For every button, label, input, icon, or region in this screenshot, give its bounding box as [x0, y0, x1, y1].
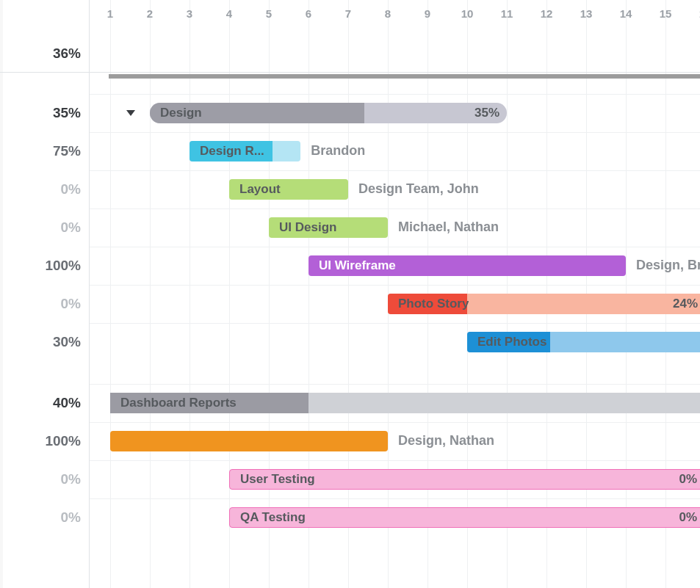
- summary-percent: 36%: [0, 46, 81, 62]
- day-label: 9: [411, 7, 444, 20]
- assignee-label: Brandon: [311, 143, 365, 159]
- task-bar[interactable]: Design R...: [190, 141, 300, 161]
- task-bar[interactable]: UI Wireframe: [308, 255, 626, 276]
- bar-percent-label: 24%: [673, 297, 698, 311]
- row-percent: 30%: [0, 334, 81, 350]
- day-label: 8: [371, 7, 405, 20]
- bar-percent-label: 0%: [679, 472, 697, 487]
- gridline: [348, 0, 349, 588]
- row-percent: 100%: [0, 433, 81, 449]
- task-label: Layout: [229, 182, 281, 197]
- row-percent: 0%: [0, 181, 81, 197]
- assignee-label: Design, Nathan: [398, 433, 494, 449]
- task-label: Edit Photos: [467, 335, 546, 349]
- task-label: Dashboard Reports: [110, 396, 237, 410]
- collapse-toggle-icon[interactable]: [126, 110, 135, 116]
- row-divider: [90, 384, 700, 385]
- task-label: QA Testing: [230, 510, 306, 525]
- day-label: 7: [331, 7, 365, 20]
- gridline: [150, 0, 151, 588]
- percent-column: 36%35%75%0%0%100%0%30%40%100%0%0%: [0, 0, 90, 588]
- day-label: 13: [569, 7, 603, 20]
- row-divider: [90, 422, 700, 423]
- task-bar[interactable]: [110, 431, 388, 451]
- task-label: UI Wireframe: [308, 258, 396, 273]
- row-percent: 0%: [0, 219, 81, 236]
- row-divider: [90, 323, 700, 324]
- task-bar[interactable]: User Testing0%: [229, 469, 700, 490]
- day-label: 12: [530, 7, 563, 20]
- gridline: [269, 0, 270, 588]
- task-bar[interactable]: Photo Story24%: [388, 294, 700, 314]
- row-percent: 0%: [0, 509, 81, 526]
- day-label: 3: [173, 7, 206, 20]
- day-label: 5: [252, 7, 286, 20]
- day-label: 14: [609, 7, 643, 20]
- task-bar[interactable]: Edit Photos30%: [467, 332, 700, 352]
- day-label: 1: [93, 7, 127, 20]
- gridline: [190, 0, 190, 588]
- row-divider: [90, 170, 700, 171]
- row-percent: 75%: [0, 143, 81, 159]
- task-label: Design: [150, 106, 202, 120]
- row-divider: [90, 208, 700, 209]
- group-bar[interactable]: Dashboard Reports: [110, 393, 700, 413]
- row-divider: [90, 498, 700, 499]
- assignee-label: Design Team, John: [358, 181, 479, 197]
- row-percent: 100%: [0, 258, 81, 274]
- bar-percent-label: 35%: [475, 106, 499, 120]
- bar-percent-label: 0%: [679, 510, 697, 525]
- day-label: 2: [133, 7, 167, 20]
- day-axis: 123456789101112131415161718: [90, 0, 700, 29]
- task-bar[interactable]: QA Testing0%: [229, 507, 700, 528]
- row-divider: [90, 285, 700, 286]
- task-label: Design R...: [190, 144, 264, 159]
- task-label: Photo Story: [388, 297, 469, 311]
- day-label: 6: [292, 7, 325, 20]
- row-percent: 0%: [0, 471, 81, 487]
- day-label: 4: [212, 7, 246, 20]
- day-label: 16: [688, 7, 700, 20]
- gridline: [308, 0, 309, 588]
- row-divider: [90, 247, 700, 247]
- task-bar[interactable]: UI Design: [269, 217, 388, 238]
- row-percent: 40%: [0, 395, 81, 411]
- group-bar[interactable]: Design35%: [150, 103, 507, 123]
- day-label: 11: [490, 7, 524, 20]
- header-divider-line: [0, 72, 700, 73]
- day-label: 15: [649, 7, 682, 20]
- assignee-label: Michael, Nathan: [398, 219, 499, 235]
- day-label: 10: [450, 7, 484, 20]
- gridline: [110, 0, 111, 588]
- row-percent: 0%: [0, 296, 81, 312]
- assignee-label: Design, Brandon Tu: [636, 258, 700, 273]
- row-divider: [90, 460, 700, 461]
- gridline: [229, 0, 230, 588]
- task-bar[interactable]: Layout: [229, 179, 348, 200]
- task-label: User Testing: [230, 472, 315, 487]
- row-percent: 35%: [0, 105, 81, 121]
- timeline-scrollbar[interactable]: [109, 74, 700, 79]
- row-divider: [90, 132, 700, 133]
- gantt-chart-area[interactable]: 123456789101112131415161718Design35%Desi…: [90, 0, 700, 588]
- task-label: UI Design: [269, 220, 336, 235]
- row-divider: [90, 94, 700, 95]
